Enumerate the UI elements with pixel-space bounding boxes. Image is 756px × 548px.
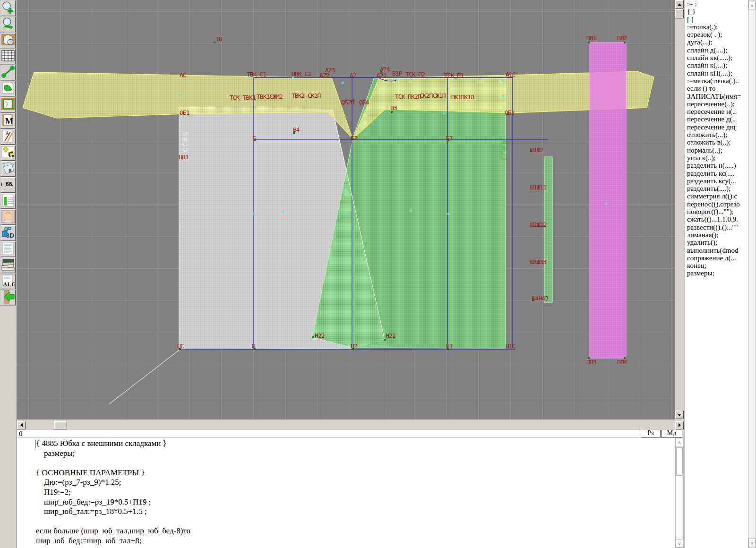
command-item[interactable]: отложить(...); (685, 131, 748, 138)
command-item[interactable]: :=точка(.); (685, 23, 748, 31)
toolbar-button-drawing-tools[interactable]: А (0, 129, 16, 145)
pattern-canvas[interactable]: ТОАСТВК_С1ВПК_С2А23А22А2А24А21В1РТСК_П2Т… (17, 0, 675, 420)
command-item[interactable]: размеры; (685, 269, 748, 277)
toolbar-button-exit[interactable] (0, 290, 16, 305)
toolbar-button-table-chart[interactable] (0, 193, 16, 209)
editor-scroll-down-button[interactable]: ∨ (676, 539, 683, 548)
toolbar-button-alg[interactable]: ALG (0, 274, 16, 289)
editor-text: { 4885 Юбка с внешними складками } разме… (17, 438, 675, 546)
pattern-point-label: ТВК_С1 (247, 71, 266, 77)
scroll-up-button[interactable] (675, 0, 684, 9)
toolbar-button-g-map[interactable]: G (0, 145, 16, 161)
toolbar-button-text-list[interactable] (0, 241, 16, 257)
pattern-point-label: ТСК_П1 (444, 72, 464, 78)
command-item[interactable]: пересечение д(.. (685, 115, 748, 123)
command-item[interactable]: симметрия л(().с (685, 192, 748, 200)
command-item[interactable]: выполнить(dmod (685, 247, 748, 254)
editor-vscroll-thumb[interactable] (676, 447, 683, 476)
command-item[interactable]: разделить ксу(... (685, 177, 748, 185)
command-item[interactable]: ломаная(); (685, 231, 748, 239)
toolbar-button-i66[interactable]: i_66. (0, 177, 16, 193)
pattern-point-label: Н1 (446, 343, 453, 349)
toolbar-button-grid[interactable] (0, 49, 16, 64)
command-item[interactable]: отрезок( . ); (685, 31, 748, 38)
arrow-left-icon (20, 423, 23, 427)
command-item[interactable]: удалить(); (685, 239, 748, 246)
canvas-hscrollbar (17, 420, 684, 430)
command-item[interactable]: пересечение н(.. (685, 108, 748, 115)
command-item[interactable]: сплайн к(....); (685, 61, 748, 69)
command-item[interactable]: сжать(()...1.1.0.9. (685, 215, 748, 223)
belt-strip-piece[interactable] (544, 157, 552, 302)
pattern-point-label: А22 (319, 72, 329, 78)
command-item[interactable]: ЗАПИСАТЬ(имя= (685, 93, 748, 100)
toolbar-button-photo[interactable] (0, 209, 16, 225)
pattern-point-label: ПК1ПК1Л (451, 94, 474, 100)
command-item[interactable]: разделить кс(.... (685, 170, 748, 177)
status-line-number: 0 (19, 430, 23, 438)
rz-button[interactable]: Рз (641, 429, 661, 437)
command-item[interactable]: разделить(....); (685, 185, 748, 192)
command-item[interactable]: нормаль(..); (685, 146, 748, 154)
command-item[interactable]: сплайн д(....); (685, 46, 748, 54)
toolbar-button-3d[interactable]: 3D (0, 225, 16, 241)
command-item[interactable]: := ; (685, 0, 748, 8)
panel-scroll-up-button[interactable]: ∧ (748, 1, 756, 9)
command-item[interactable]: сплайн кк(.....); (685, 54, 748, 61)
md-button[interactable]: Мд (661, 429, 682, 437)
scroll-down-button[interactable] (675, 411, 684, 419)
pattern-point-label: ВПК_С2 (292, 71, 311, 77)
pattern-point-label: ТВК2_СК2П (292, 93, 320, 99)
toolbar-button-pattern-piece[interactable] (0, 97, 16, 112)
scroll-right-button[interactable] (675, 421, 684, 429)
panel-scroll-down-button[interactable]: ∨ (748, 539, 756, 547)
arrow-up-icon (678, 3, 681, 6)
command-item[interactable]: поворот(()...""); (685, 208, 748, 215)
command-item[interactable]: :=метка(точка(.).. (685, 77, 748, 85)
pattern-point-label: ПЯ4 (617, 359, 627, 365)
grid-icon (1, 49, 15, 64)
command-item[interactable]: пересечение дн( (685, 123, 748, 131)
toolbar-button-blueprint[interactable]: 8 (0, 161, 16, 177)
toolbar-button-zoom-in[interactable] (0, 0, 16, 16)
chevron-down-icon: ∨ (678, 541, 681, 546)
scroll-left-button[interactable] (17, 421, 26, 429)
command-item[interactable]: дуга(...); (685, 38, 748, 46)
toolbar-button-pattern-preview[interactable] (0, 33, 16, 48)
pattern-point-label: Ш4Н4З (532, 295, 548, 301)
pleat-strip-piece[interactable] (590, 43, 626, 358)
command-item[interactable]: конец; (685, 262, 748, 269)
command-item[interactable]: перенос((),отрезо (685, 200, 748, 208)
toolbar-button-m-document[interactable]: M (0, 113, 16, 128)
pattern-point-label: ТО (215, 36, 222, 42)
toolbar-button-books[interactable] (0, 257, 16, 273)
command-item[interactable]: [ ] (685, 16, 748, 23)
svg-text:M: M (5, 117, 13, 126)
pattern-point-label: В4 (293, 127, 300, 133)
pattern-piece-icon (1, 97, 15, 112)
code-editor[interactable]: { 4885 Юбка с внешними складками } разме… (17, 437, 675, 548)
i66-icon: i_66. (0, 177, 16, 193)
pattern-point-label: В3 (390, 105, 397, 111)
command-item[interactable]: отложить в(..); (685, 138, 748, 146)
command-item[interactable]: { } (685, 8, 748, 15)
toolbar-button-zoom-out[interactable] (0, 17, 16, 32)
pattern-point-label: СГИБ (182, 130, 189, 152)
vscroll-thumb[interactable] (675, 9, 684, 18)
command-item[interactable]: сопряжение д(... (685, 254, 748, 262)
table-chart-icon (1, 193, 15, 209)
status-row: 0 Рз Мд (17, 430, 675, 437)
command-item[interactable]: сплайн кП(....); (685, 69, 748, 77)
toolbar-button-measure[interactable] (0, 65, 16, 80)
pattern-point-label: ОБ4 (359, 99, 369, 105)
toolbar-button-map-page[interactable] (0, 81, 16, 96)
command-item[interactable]: развести(().()..."" (685, 223, 748, 231)
drawing-tools-icon: А (1, 129, 15, 145)
command-item[interactable]: разделить н(.....) (685, 162, 748, 169)
hscroll-thumb[interactable] (54, 421, 67, 429)
command-item[interactable]: угол к(..); (685, 154, 748, 162)
command-item[interactable]: пересечение(..); (685, 100, 748, 108)
editor-scroll-up-button[interactable]: ∧ (676, 438, 683, 446)
pattern-point-label: А21 (377, 72, 386, 78)
command-item[interactable]: если () то (685, 85, 748, 92)
